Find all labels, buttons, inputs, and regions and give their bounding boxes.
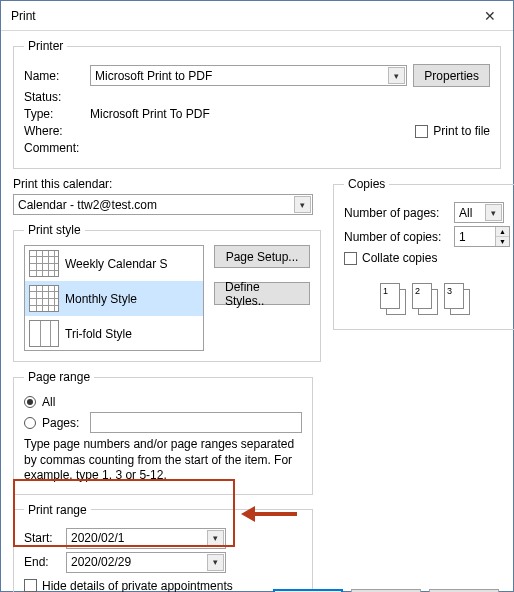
num-pages-label: Number of pages: (344, 206, 448, 220)
page-range-all-label: All (42, 395, 55, 409)
end-label: End: (24, 555, 60, 569)
window-title: Print (11, 9, 36, 23)
page-range-group: Page range All Pages: Type page numbers … (13, 370, 313, 495)
spinner-up-icon[interactable]: ▲ (496, 227, 509, 237)
chevron-down-icon: ▾ (485, 204, 502, 221)
page-range-pages-radio[interactable] (24, 417, 36, 429)
name-label: Name: (24, 69, 84, 83)
where-label: Where: (24, 124, 84, 138)
start-date-value: 2020/02/1 (71, 531, 124, 545)
titlebar: Print ✕ (1, 1, 513, 31)
printer-legend: Printer (24, 39, 67, 53)
num-copies-value: 1 (455, 227, 495, 246)
print-style-legend: Print style (24, 223, 85, 237)
hide-private-label: Hide details of private appointments (42, 579, 233, 592)
print-style-group: Print style Weekly Calendar S (13, 223, 321, 362)
page-range-pages-label: Pages: (42, 416, 84, 430)
print-to-file-checkbox[interactable]: Print to file (415, 124, 490, 138)
page-range-help: Type page numbers and/or page ranges sep… (24, 437, 302, 484)
close-button[interactable]: ✕ (475, 4, 505, 28)
copies-group: Copies Number of pages: All ▾ Number of … (333, 177, 514, 330)
spinner-down-icon[interactable]: ▼ (496, 237, 509, 246)
page-range-all-radio[interactable] (24, 396, 36, 408)
checkbox-icon (344, 252, 357, 265)
close-icon: ✕ (484, 8, 496, 24)
checkbox-icon (415, 125, 428, 138)
style-item-monthly[interactable]: Monthly Style (25, 281, 203, 316)
style-item-label: Weekly Calendar S (65, 257, 168, 271)
style-item-weekly[interactable]: Weekly Calendar S (25, 246, 203, 281)
end-date-input[interactable]: 2020/02/29 ▾ (66, 552, 226, 573)
style-item-label: Tri-fold Style (65, 327, 132, 341)
chevron-down-icon: ▾ (207, 530, 224, 547)
arrow-left-icon (241, 506, 255, 522)
print-to-file-label: Print to file (433, 124, 490, 138)
calendar-icon (29, 285, 59, 312)
page-icon: 3 (444, 283, 464, 309)
page-icon: 1 (380, 283, 400, 309)
annotation-arrow (241, 506, 297, 522)
type-label: Type: (24, 107, 84, 121)
print-dialog: Print ✕ Printer Name: Microsoft Print to… (0, 0, 514, 592)
chevron-down-icon: ▾ (294, 196, 311, 213)
collate-label: Collate copies (362, 251, 437, 265)
style-item-label: Monthly Style (65, 292, 137, 306)
chevron-down-icon: ▾ (388, 67, 405, 84)
calendar-value: Calendar - ttw2@test.com (18, 198, 157, 212)
print-range-legend: Print range (24, 503, 91, 517)
collate-checkbox[interactable]: Collate copies (344, 251, 510, 265)
start-label: Start: (24, 531, 60, 545)
page-icon: 2 (412, 283, 432, 309)
num-copies-label: Number of copies: (344, 230, 448, 244)
properties-button[interactable]: Properties (413, 64, 490, 87)
printer-name-value: Microsoft Print to PDF (95, 69, 212, 83)
status-label: Status: (24, 90, 84, 104)
print-this-calendar-label: Print this calendar: (13, 177, 321, 191)
comment-label: Comment: (24, 141, 84, 155)
checkbox-icon (24, 579, 37, 592)
pages-input[interactable] (90, 412, 302, 433)
num-pages-select[interactable]: All ▾ (454, 202, 504, 223)
trifold-icon (29, 320, 59, 347)
chevron-down-icon: ▾ (207, 554, 224, 571)
page-setup-button[interactable]: Page Setup... (214, 245, 310, 268)
end-date-value: 2020/02/29 (71, 555, 131, 569)
num-pages-value: All (459, 206, 472, 220)
collate-illustration: 1 1 2 2 3 3 (344, 283, 510, 319)
style-item-trifold[interactable]: Tri-fold Style (25, 316, 203, 351)
define-styles-button[interactable]: Define Styles.. (214, 282, 310, 305)
type-value: Microsoft Print To PDF (90, 107, 210, 121)
calendar-icon (29, 250, 59, 277)
printer-group: Printer Name: Microsoft Print to PDF ▾ P… (13, 39, 501, 169)
style-listbox[interactable]: Weekly Calendar S Monthly Style (24, 245, 204, 351)
copies-legend: Copies (344, 177, 389, 191)
printer-name-select[interactable]: Microsoft Print to PDF ▾ (90, 65, 407, 86)
start-date-input[interactable]: 2020/02/1 ▾ (66, 528, 226, 549)
num-copies-spinner[interactable]: 1 ▲ ▼ (454, 226, 510, 247)
hide-private-checkbox[interactable]: Hide details of private appointments (24, 579, 302, 592)
calendar-select[interactable]: Calendar - ttw2@test.com ▾ (13, 194, 313, 215)
page-range-legend: Page range (24, 370, 94, 384)
